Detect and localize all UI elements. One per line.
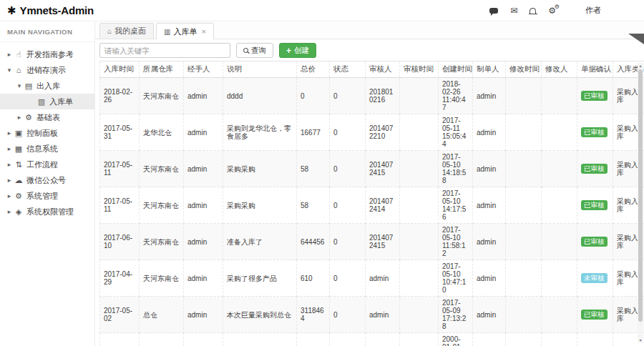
column-header-modify_time[interactable]: 修改时间 [506,61,542,78]
sidebar-item-进销存演示[interactable]: ▾⌂进销存演示 [0,62,94,78]
table-row[interactable]: 2017-06-10天河东南仓admin准备入库了644456020140724… [100,224,644,260]
table-row[interactable]: 2017-04-29天河东南仓admin采购了很多产品6100admin2017… [100,260,644,297]
table-row[interactable]: 2018-02-26天河东南仓admindddd0020180102162018… [100,78,644,114]
cell-creator: admin [473,260,506,297]
collapse-corner-toggle[interactable] [628,34,644,44]
cell-creator: admin [473,114,506,151]
bell-icon [530,8,536,14]
cell-creator: admin [473,297,506,333]
sidebar-item-工作流程[interactable]: ▸⇅工作流程 [0,157,94,172]
cell-audit_time [400,333,439,346]
sidebar-item-信息系统[interactable]: ▸▦信息系统 [0,141,94,157]
cell-creator: admin [473,224,506,260]
gears-icon[interactable]: ⚙⚙ [548,6,556,15]
cell-in_time: 2017-04-29 [100,260,140,297]
thumbs-up-icon: ☝ [13,50,24,59]
table-row[interactable]: 2017-05-31龙华北仓admin采购到龙华北仓，零食居多166770201… [100,114,644,151]
cell-state: 0 [330,78,366,114]
plus-icon: + [286,46,291,55]
cell-in_time: 2017-05-11 [100,187,140,224]
comment-icon[interactable] [489,6,498,15]
cell-create_time: 2000-01-01 01 00:00:00 [439,333,473,346]
sidebar-item-系统管理[interactable]: ▸⚙系统管理 [0,188,94,204]
caret-right-icon: ▸ [6,51,13,58]
cell-modifier [542,187,577,224]
scroll-up-icon[interactable]: ▴ [638,63,643,69]
column-header-total[interactable]: 总价 [297,61,330,78]
table-row[interactable]: 2017-05-11天河东南仓admin采购采购5802014072414201… [100,187,644,224]
status-badge: 已审核 [581,310,608,320]
data-table-wrap: 入库时间所属仓库经手人说明总价状态审核人审核时间创建时间▼制单人修改时间修改人单… [95,61,644,346]
column-header-handler[interactable]: 经手人 [184,61,223,78]
column-header-state[interactable]: 状态 [330,61,366,78]
home-icon: ⌂ [107,27,112,35]
cell-desc: 本次巨量采购到总仓 [223,297,297,333]
cell-auditor: 2014072210 [366,114,400,151]
cell-audit_time [400,78,439,114]
caret-down-icon: ▾ [16,82,23,89]
table-row[interactable]: 2017-05-11天河东南仓admin采购采购5802014072415201… [100,151,644,187]
table-row[interactable]: 2017-05-02总仓admin本次巨量采购到总仓31184640admin2… [100,297,644,333]
column-header-create_time[interactable]: 创建时间▼ [439,61,473,78]
cell-handler: admin [184,260,223,297]
cell-handler: admin [184,187,223,224]
cell-confirm: 已审核 [577,297,613,333]
gears-icon: ⚙ [13,192,24,201]
cell-audit_time [400,224,439,260]
cell-state: 0 [330,260,366,297]
column-header-confirm[interactable]: 单据确认 [577,61,613,78]
cell-creator: admin [473,151,506,187]
sidebar-item-label: 系统权限管理 [26,207,74,217]
cell-create_time: 2017-05-09 17:13:28 [439,297,473,333]
cell-desc: 采购到龙华北仓，零食居多 [223,114,297,151]
sidebar-item-入库单[interactable]: ▥入库单 [0,94,94,109]
scroll-down-icon[interactable]: ▾ [638,337,643,343]
envelope-icon[interactable]: ✉ [510,6,517,15]
top-header: ✱ Ymnets-Admin ✉ ⚙⚙ 作者 [0,0,644,21]
sidebar-item-label: 开发指南参考 [26,49,74,60]
app-logo[interactable]: ✱ Ymnets-Admin [0,4,95,16]
bell-icon[interactable] [530,6,536,15]
user-menu[interactable]: 作者 [568,4,601,17]
caret-right-icon: ▸ [6,208,13,215]
tab-我的桌面[interactable]: ⌂我的桌面 [99,23,154,39]
scrollbar-thumb[interactable] [638,69,643,322]
table-row[interactable]: 2017-05-18天河东南仓admin采购采购6560201407221020… [100,333,644,346]
column-header-in_time[interactable]: 入库时间 [100,61,140,78]
tab-入库单[interactable]: ▥入库单× [156,23,214,39]
column-header-warehouse[interactable]: 所属仓库 [140,61,184,78]
caret-right-icon: ▸ [6,177,13,184]
column-header-modifier[interactable]: 修改人 [542,61,577,78]
sidebar-item-控制面板[interactable]: ▸▣控制面板 [0,125,94,141]
cell-creator: admin [473,333,506,346]
sidebar-item-出入库[interactable]: ▾▤出入库 [0,78,94,94]
cell-total: 644456 [297,224,330,260]
search-button[interactable]: 查询 [236,43,273,58]
column-header-desc[interactable]: 说明 [223,61,297,78]
comment-icon [489,8,498,14]
column-header-auditor[interactable]: 审核人 [366,61,400,78]
search-input[interactable] [99,43,230,58]
cell-modify_time [506,114,542,151]
vertical-scrollbar[interactable]: ▴ ▾ [638,63,643,343]
sidebar-item-微信公众号[interactable]: ▸☁微信公众号 [0,172,94,188]
cell-audit_time [400,187,439,224]
app-title: Ymnets-Admin [20,4,94,16]
sidebar-item-label: 微信公众号 [26,175,66,186]
sidebar-item-label: 系统管理 [26,191,58,202]
sidebar-item-系统权限管理[interactable]: ▸◈系统权限管理 [0,204,94,219]
sidebar-item-基础表[interactable]: ▸⚙基础表 [0,109,94,125]
sidebar-item-开发指南参考[interactable]: ▸☝开发指南参考 [0,46,94,62]
cell-warehouse: 天河东南仓 [140,78,184,114]
status-badge: 已审核 [581,91,608,101]
column-header-creator[interactable]: 制单人 [473,61,506,78]
cell-create_time: 2017-05-10 14:17:56 [439,187,473,224]
cell-auditor: 2014072415 [366,151,400,187]
barcode-icon: ▥ [36,97,47,107]
cell-auditor: 2014072415 [366,224,400,260]
user-name: 作者 [585,5,601,16]
cell-modifier [542,260,577,297]
column-header-audit_time[interactable]: 审核时间 [400,61,439,78]
create-button[interactable]: + 创建 [279,43,316,58]
close-icon[interactable]: × [202,27,206,36]
